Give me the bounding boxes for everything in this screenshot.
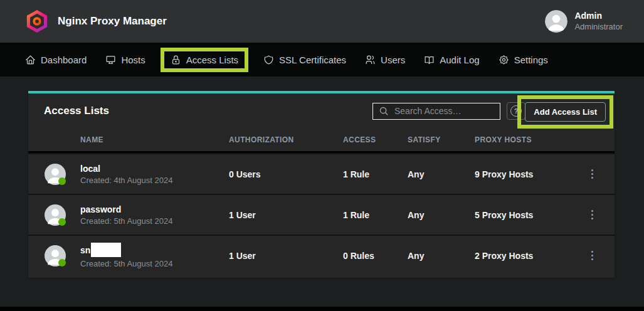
nav-label: Users — [381, 55, 405, 65]
proxy-hosts-cell: 9 Proxy Hosts — [475, 169, 584, 179]
access-list-name: password — [80, 204, 229, 214]
name-cell: local Created: 4th August 2024 — [80, 164, 229, 185]
nav-item-users[interactable]: Users — [365, 55, 405, 65]
nav-item-settings[interactable]: Settings — [499, 55, 548, 65]
nav-item-ssl-certificates[interactable]: SSL Certificates — [263, 55, 346, 65]
row-avatar-cell — [28, 164, 80, 185]
monitor-icon — [105, 55, 116, 65]
access-cell: 0 Rules — [343, 251, 408, 261]
users-icon — [365, 55, 376, 65]
bottom-black-strip — [0, 307, 644, 311]
home-icon — [25, 55, 36, 65]
satisfy-cell: Any — [408, 169, 475, 179]
authorization-cell: 1 User — [229, 251, 343, 261]
column-header-access: ACCESS — [343, 135, 408, 144]
created-date: Created: 5th August 2024 — [80, 259, 229, 268]
user-menu[interactable]: Admin Administrator — [545, 10, 623, 33]
nav-item-audit-log[interactable]: Audit Log — [424, 55, 479, 65]
table-row: local Created: 4th August 2024 0 Users 1… — [28, 153, 615, 194]
nav-item-hosts[interactable]: Hosts — [105, 55, 145, 65]
column-header-satisfy: SATISFY — [408, 135, 475, 144]
nav-item-dashboard[interactable]: Dashboard — [25, 55, 87, 65]
user-role: Administrator — [574, 22, 623, 32]
app-title: Nginx Proxy Manager — [58, 15, 167, 28]
access-cell: 1 Rule — [343, 169, 408, 179]
row-menu-kebab-icon[interactable] — [584, 247, 599, 265]
shield-icon — [263, 55, 274, 65]
access-list-name: local — [80, 164, 229, 174]
name-cell: sn Created: 5th August 2024 — [80, 243, 229, 268]
nav-label: Audit Log — [440, 55, 479, 65]
authorization-cell: 1 User — [229, 210, 343, 220]
user-name: Admin — [574, 11, 623, 22]
proxy-hosts-cell: 5 Proxy Hosts — [475, 210, 584, 220]
row-menu-kebab-icon[interactable] — [584, 206, 599, 224]
app-header: Nginx Proxy Manager Admin Administrator — [0, 0, 644, 43]
search-input[interactable] — [372, 103, 500, 120]
status-dot — [58, 259, 66, 266]
page-title: Access Lists — [44, 105, 109, 117]
access-lists-panel: Access Lists ? Add Access List NAME AUTH… — [28, 91, 615, 278]
satisfy-cell: Any — [408, 210, 475, 220]
status-dot — [58, 177, 66, 185]
gear-icon — [499, 55, 509, 65]
search-box — [372, 103, 500, 120]
search-icon — [379, 106, 389, 117]
row-menu-kebab-icon[interactable] — [584, 166, 599, 183]
nav-item-access-lists[interactable]: Access Lists — [171, 55, 238, 65]
nav-label: Dashboard — [41, 55, 87, 65]
highlight-box-add-access-list: Add Access List — [517, 95, 613, 129]
created-date: Created: 5th August 2024 — [80, 216, 229, 226]
table-row: password Created: 5th August 2024 1 User… — [28, 194, 615, 235]
access-list-name: sn — [80, 245, 90, 255]
satisfy-cell: Any — [408, 251, 475, 261]
created-date: Created: 4th August 2024 — [80, 176, 229, 185]
authorization-cell: 0 Users — [229, 169, 343, 179]
highlight-box-access-lists: Access Lists — [161, 48, 248, 72]
lock-icon — [171, 55, 181, 65]
user-avatar — [545, 10, 567, 33]
proxy-hosts-cell: 2 Proxy Hosts — [475, 251, 584, 261]
column-header-name: NAME — [80, 135, 229, 144]
column-header-proxy-hosts: PROXY HOSTS — [475, 135, 584, 144]
add-access-list-button[interactable]: Add Access List — [525, 102, 606, 122]
npm-logo-icon — [25, 9, 49, 33]
book-icon — [424, 55, 435, 65]
table-row: sn Created: 5th August 2024 1 User 0 Rul… — [28, 235, 615, 275]
redaction-box — [91, 243, 121, 257]
table-header: NAME AUTHORIZATION ACCESS SATISFY PROXY … — [28, 129, 615, 151]
nav-label: Hosts — [121, 55, 145, 65]
nav-label: Settings — [514, 55, 548, 65]
main-nav: Dashboard Hosts Access Lists SSL Certifi… — [0, 43, 644, 76]
status-dot — [58, 218, 66, 226]
panel-header: Access Lists ? Add Access List — [28, 93, 615, 129]
row-avatar-cell — [28, 245, 80, 266]
name-cell: password Created: 5th August 2024 — [80, 204, 229, 226]
access-cell: 1 Rule — [343, 210, 408, 220]
nav-label: Access Lists — [186, 55, 238, 65]
column-header-authorization: AUTHORIZATION — [229, 135, 343, 144]
nav-label: SSL Certificates — [279, 55, 346, 65]
row-avatar-cell — [28, 204, 80, 226]
